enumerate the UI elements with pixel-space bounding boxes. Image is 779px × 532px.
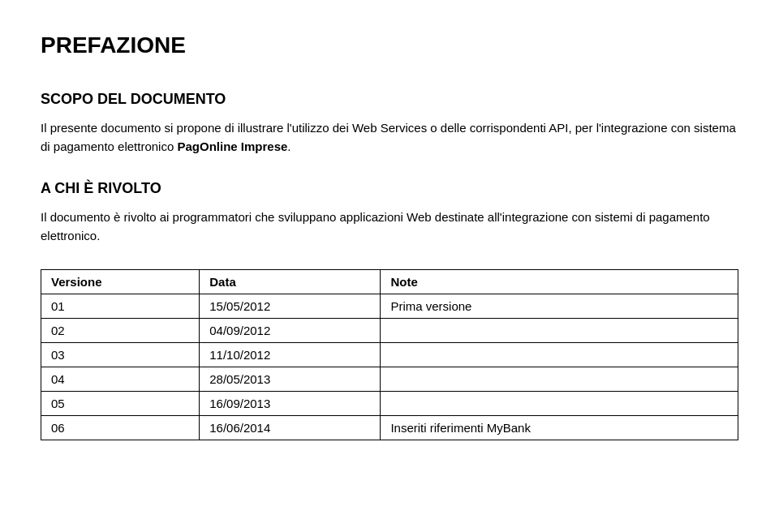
services-text: Services — [381, 121, 428, 135]
cell-versione: 01 — [41, 294, 200, 319]
col-header-note: Note — [381, 270, 738, 294]
cell-data: 16/06/2014 — [200, 416, 381, 440]
cell-versione: 04 — [41, 367, 200, 392]
table-row: 0516/09/2013 — [41, 392, 738, 416]
cell-note: Inseriti riferimenti MyBank — [381, 416, 738, 440]
version-table: Versione Data Note 0115/05/2012Prima ver… — [41, 269, 738, 440]
page-main-title: PREFAZIONE — [41, 32, 738, 58]
cell-data: 04/09/2012 — [200, 319, 381, 343]
cell-versione: 03 — [41, 343, 200, 367]
section-scopo: SCOPO DEL DOCUMENTO Il presente document… — [41, 91, 738, 156]
table-row: 0428/05/2013 — [41, 367, 738, 392]
cell-note — [381, 367, 738, 392]
cell-note — [381, 392, 738, 416]
section-achi: A CHI È RIVOLTO Il documento è rivolto a… — [41, 180, 738, 245]
cell-note — [381, 319, 738, 343]
cell-versione: 05 — [41, 392, 200, 416]
pagonline-text: PagOnline Imprese — [177, 139, 287, 153]
section-achi-text: Il documento è rivolto ai programmatori … — [41, 208, 738, 245]
cell-data: 16/09/2013 — [200, 392, 381, 416]
table-header-row: Versione Data Note — [41, 270, 738, 294]
cell-data: 28/05/2013 — [200, 367, 381, 392]
table-row: 0311/10/2012 — [41, 343, 738, 367]
cell-data: 11/10/2012 — [200, 343, 381, 367]
section-achi-title: A CHI È RIVOLTO — [41, 180, 738, 197]
table-row: 0115/05/2012Prima versione — [41, 294, 738, 319]
cell-versione: 06 — [41, 416, 200, 440]
cell-note: Prima versione — [381, 294, 738, 319]
section-scopo-title: SCOPO DEL DOCUMENTO — [41, 91, 738, 108]
cell-versione: 02 — [41, 319, 200, 343]
cell-note — [381, 343, 738, 367]
cell-data: 15/05/2012 — [200, 294, 381, 319]
col-header-versione: Versione — [41, 270, 200, 294]
col-header-data: Data — [200, 270, 381, 294]
table-row: 0616/06/2014Inseriti riferimenti MyBank — [41, 416, 738, 440]
section-scopo-text: Il presente documento si propone di illu… — [41, 119, 738, 156]
table-row: 0204/09/2012 — [41, 319, 738, 343]
